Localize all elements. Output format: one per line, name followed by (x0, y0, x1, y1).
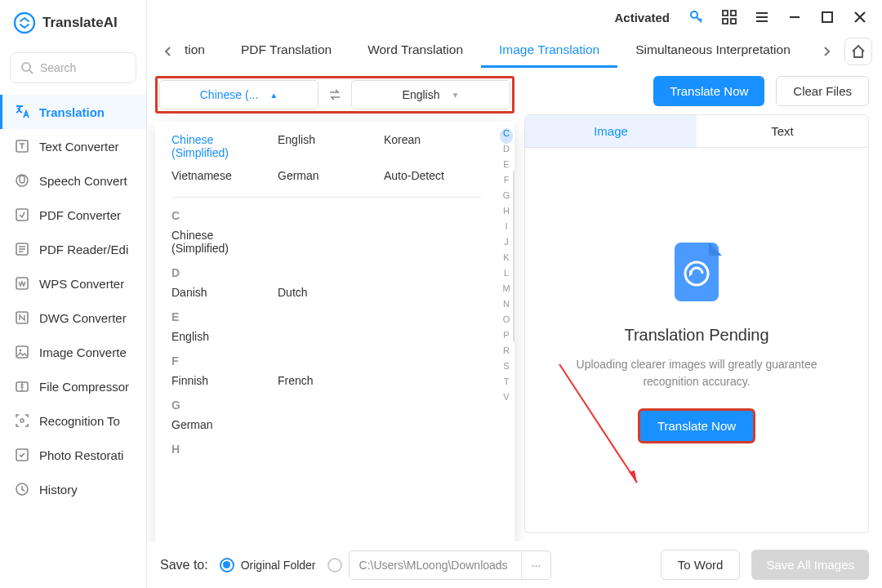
lang-option[interactable]: Finnish (172, 374, 270, 387)
translate-now-button[interactable]: Translate Now (653, 76, 764, 106)
svg-rect-9 (16, 346, 28, 358)
svg-rect-7 (16, 278, 28, 289)
tabs-scroll-right[interactable] (815, 40, 838, 63)
tab-image-translation[interactable]: Image Translation (481, 34, 617, 68)
brand-name: TranslateAI (42, 15, 118, 31)
tab-truncated[interactable]: tion (180, 34, 223, 68)
target-language-select[interactable]: English ▼ (351, 80, 510, 109)
lang-option[interactable]: German (172, 418, 270, 431)
tab-simultaneous-interpretation[interactable]: Simultaneous Interpretation (617, 34, 808, 68)
text-icon (13, 137, 31, 155)
sidebar-item-pdf-converter[interactable]: PDF Converter (0, 198, 146, 232)
menu-icon[interactable] (753, 8, 771, 26)
alpha-heading: F (172, 354, 482, 368)
speech-icon (13, 172, 31, 189)
sidebar-item-recognition[interactable]: Recognition To (0, 403, 146, 438)
search-placeholder: Search (40, 61, 76, 74)
svg-point-1 (22, 63, 30, 71)
language-dropdown: Chinese (Simplified) English Korean Viet… (155, 122, 514, 541)
alpha-scrollbar[interactable] (513, 171, 514, 342)
lang-option[interactable]: Chinese (Simplified) (172, 133, 270, 159)
wps-icon (13, 274, 31, 292)
svg-line-2 (29, 70, 33, 74)
app-logo: TranslateAI (0, 0, 146, 46)
svg-rect-19 (731, 19, 736, 24)
radio-on-icon (220, 558, 234, 572)
lang-option[interactable]: English (278, 133, 376, 159)
document-icon (668, 239, 725, 305)
alpha-heading: G (172, 399, 482, 412)
sidebar-item-dwg-converter[interactable]: DWG Converter (0, 301, 146, 335)
sidebar-item-photo-restoration[interactable]: Photo Restorati (0, 438, 146, 472)
radio-original-folder[interactable]: Original Folder (220, 558, 316, 572)
sidebar-item-image-converter[interactable]: Image Converte (0, 335, 146, 369)
svg-rect-16 (723, 11, 728, 16)
svg-point-4 (16, 175, 28, 186)
minimize-icon[interactable] (786, 8, 804, 26)
preview-tab-text[interactable]: Text (697, 115, 868, 147)
save-path-input[interactable] (350, 551, 521, 579)
status-hint: Uploading clearer images will greatly gu… (550, 356, 844, 390)
sidebar-item-translation[interactable]: Translation (0, 95, 146, 129)
tabs-scroll-left[interactable] (157, 40, 180, 63)
search-icon (20, 61, 33, 74)
caret-down-icon: ▼ (452, 91, 460, 100)
svg-rect-18 (723, 19, 728, 24)
save-all-images-button[interactable]: Save All Images (751, 550, 869, 580)
close-icon[interactable] (851, 8, 869, 26)
radio-off-icon (327, 558, 342, 572)
translate-now-cta[interactable]: Translate Now (639, 410, 754, 442)
lang-option[interactable]: Dutch (278, 286, 376, 299)
reader-icon (13, 240, 31, 258)
lang-option[interactable]: German (278, 169, 376, 182)
to-word-button[interactable]: To Word (661, 550, 741, 580)
svg-rect-20 (822, 12, 832, 22)
sidebar-item-text-converter[interactable]: Text Converter (0, 129, 146, 163)
lang-option[interactable]: English (172, 330, 270, 343)
license-status: Activated (614, 11, 670, 24)
lang-option[interactable]: French (278, 374, 376, 387)
caret-up-icon: ▲ (270, 91, 278, 100)
lang-option[interactable]: Vietnamese (172, 169, 270, 182)
alpha-heading: H (172, 443, 482, 456)
svg-marker-25 (629, 470, 637, 483)
translate-icon (13, 103, 31, 121)
dwg-icon (13, 309, 31, 327)
status-title: Translation Pending (624, 326, 768, 345)
lang-option[interactable]: Auto-Detect (384, 169, 482, 182)
sidebar-item-file-compressor[interactable]: File Compressor (0, 369, 146, 403)
svg-rect-5 (16, 209, 28, 220)
sidebar-item-wps-converter[interactable]: WPS Converter (0, 266, 146, 301)
qr-icon[interactable] (720, 8, 738, 26)
maximize-icon[interactable] (818, 8, 836, 26)
restore-icon (13, 446, 31, 464)
lang-option[interactable]: Korean (384, 133, 482, 159)
radio-custom-path[interactable]: ··· (327, 550, 552, 580)
sidebar-search[interactable]: Search (10, 52, 136, 83)
source-language-select[interactable]: Chinese (... ▲ (159, 80, 318, 109)
preview-tab-image[interactable]: Image (525, 115, 697, 147)
alpha-index[interactable]: C D E F G H I J K L M N O P R (498, 122, 514, 541)
alpha-heading: E (172, 310, 482, 323)
tab-word-translation[interactable]: Word Translation (350, 34, 481, 68)
sidebar-item-history[interactable]: History (0, 472, 146, 506)
key-icon[interactable] (688, 8, 706, 26)
history-icon (13, 480, 31, 498)
pdf-icon (13, 206, 31, 224)
lang-option[interactable]: Danish (172, 286, 270, 299)
home-button[interactable] (844, 38, 872, 65)
sidebar-item-pdf-reader[interactable]: PDF Reader/Edi (0, 232, 146, 266)
lang-option[interactable]: Chinese (Simplified) (172, 229, 270, 255)
svg-rect-17 (731, 11, 736, 16)
compress-icon (13, 377, 31, 395)
save-to-label: Save to: (160, 558, 208, 572)
clear-files-button[interactable]: Clear Files (776, 76, 869, 106)
browse-button[interactable]: ··· (521, 551, 551, 579)
swap-languages-button[interactable] (323, 87, 346, 102)
svg-point-0 (15, 13, 34, 33)
tab-pdf-translation[interactable]: PDF Translation (223, 34, 350, 68)
alpha-heading: D (172, 266, 482, 279)
sidebar-item-speech-convert[interactable]: Speech Convert (0, 163, 146, 198)
svg-point-10 (20, 350, 22, 352)
language-selector-row: Chinese (... ▲ English ▼ (155, 76, 514, 114)
